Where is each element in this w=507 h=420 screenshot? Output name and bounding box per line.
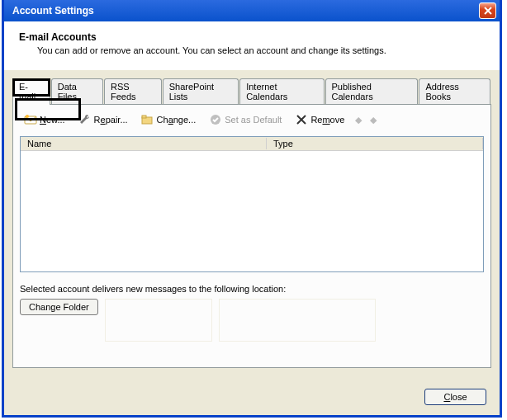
tab-sharepoint-lists[interactable]: SharePoint Lists bbox=[163, 78, 239, 104]
close-button[interactable]: Close bbox=[424, 389, 486, 405]
close-icon[interactable] bbox=[479, 2, 496, 19]
change-folder-button[interactable]: Change Folder bbox=[20, 299, 98, 315]
tab-internet-calendars[interactable]: Internet Calendars bbox=[239, 78, 324, 104]
folder-file-box bbox=[219, 299, 376, 342]
repair-button[interactable]: Repair... bbox=[74, 111, 132, 128]
toolbar: New... Repair... Change... bbox=[20, 110, 484, 136]
mail-new-icon bbox=[24, 113, 37, 126]
header-region: E-mail Accounts You can add or remove an… bbox=[4, 21, 500, 70]
tab-data-files[interactable]: Data Files bbox=[51, 78, 103, 104]
account-settings-window: Account Settings E-mail Accounts You can… bbox=[2, 0, 502, 418]
svg-rect-3 bbox=[142, 116, 146, 118]
move-down-icon: ◆ bbox=[370, 115, 377, 125]
folder-path-box bbox=[105, 299, 212, 342]
change-folder-label: Change Folder bbox=[29, 302, 89, 312]
remove-x-icon bbox=[295, 113, 308, 126]
svg-point-1 bbox=[26, 115, 29, 118]
tab-published-calendars[interactable]: Published Calendars bbox=[325, 78, 419, 104]
folder-change-icon bbox=[141, 113, 154, 126]
new-label: ew... bbox=[46, 115, 65, 125]
account-list[interactable]: Name Type bbox=[20, 136, 484, 272]
header-subtitle: You can add or remove an account. You ca… bbox=[37, 45, 488, 55]
tab-panel: New... Repair... Change... bbox=[12, 104, 491, 368]
column-name[interactable]: Name bbox=[21, 138, 267, 149]
tab-strip: E-mail Data Files RSS Feeds SharePoint L… bbox=[12, 78, 491, 104]
change-button[interactable]: Change... bbox=[137, 111, 201, 128]
list-header: Name Type bbox=[21, 137, 483, 151]
new-button[interactable]: New... bbox=[20, 111, 69, 128]
location-label: Selected account delivers new messages t… bbox=[20, 284, 484, 294]
header-title: E-mail Accounts bbox=[19, 31, 488, 43]
move-up-icon: ◆ bbox=[355, 115, 362, 125]
tab-rss-feeds[interactable]: RSS Feeds bbox=[104, 78, 162, 104]
remove-button[interactable]: Remove bbox=[291, 111, 348, 128]
tab-email[interactable]: E-mail bbox=[12, 78, 50, 105]
set-default-label: Set as Default bbox=[225, 115, 282, 125]
tab-address-books[interactable]: Address Books bbox=[419, 78, 490, 104]
window-title: Account Settings bbox=[12, 5, 94, 17]
content-area: E-mail Data Files RSS Feeds SharePoint L… bbox=[4, 70, 500, 368]
wrench-icon bbox=[78, 113, 92, 126]
column-type[interactable]: Type bbox=[267, 138, 483, 149]
title-bar: Account Settings bbox=[4, 0, 500, 21]
set-default-button: Set as Default bbox=[205, 111, 286, 128]
check-circle-icon bbox=[209, 113, 222, 126]
folder-row: Change Folder bbox=[20, 299, 484, 342]
